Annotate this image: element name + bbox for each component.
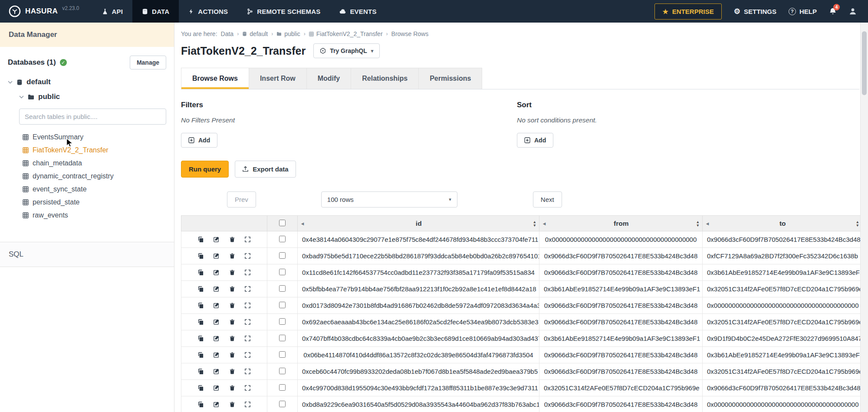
tab-modify[interactable]: Modify [307,68,352,89]
delete-row-button[interactable] [227,251,238,261]
nav-item-data[interactable]: DATA [132,0,179,23]
breadcrumb-table[interactable]: FiatTokenV2_2_Transfer [309,30,383,37]
prev-page-button[interactable]: Prev [227,191,256,208]
manage-button[interactable]: Manage [130,56,166,69]
table-list-item-selected[interactable]: FiatTokenV2_2_Transfer [23,144,174,157]
expand-row-button[interactable] [242,251,253,261]
table-list-item[interactable]: EventsSummary [23,131,174,144]
expand-row-button[interactable] [242,334,253,343]
nav-item-actions[interactable]: ACTIONS [179,0,237,23]
edit-row-button[interactable] [211,367,222,376]
delete-row-button[interactable] [227,383,238,393]
row-checkbox[interactable] [279,368,286,374]
expand-row-button[interactable] [242,383,253,393]
delete-row-button[interactable] [227,301,238,310]
edit-row-button[interactable] [211,284,222,294]
next-page-button[interactable]: Next [533,191,562,208]
delete-row-button[interactable] [227,268,238,277]
tree-node-public-schema[interactable]: public [8,89,174,104]
table-list-item[interactable]: chain_metadata [23,157,174,170]
edit-row-button[interactable] [211,235,222,244]
clone-row-button[interactable] [195,301,207,310]
collapse-column-icon[interactable]: ◂ [706,221,709,227]
clone-row-button[interactable] [195,317,207,327]
table-list-item[interactable]: event_sync_state [23,183,174,196]
page-size-select[interactable]: 100 rows ▾ [321,191,457,208]
run-query-button[interactable]: Run query [181,161,229,178]
breadcrumb-public[interactable]: public [276,30,300,37]
tab-relationships[interactable]: Relationships [351,68,419,89]
row-checkbox[interactable] [279,269,286,275]
expand-row-button[interactable] [242,301,253,310]
edit-row-button[interactable] [211,268,222,277]
sort-arrows-icon[interactable]: ▴▾ [697,220,699,227]
clone-row-button[interactable] [195,400,207,409]
add-filter-button[interactable]: Add [181,133,217,148]
settings-link[interactable]: ⚙ SETTINGS [734,8,776,15]
clone-row-button[interactable] [195,268,207,277]
chevron-down-icon[interactable] [19,96,24,99]
row-checkbox[interactable] [279,335,286,341]
vertical-scrollbar[interactable] [860,23,868,412]
tree-node-default-db[interactable]: default [8,75,174,89]
delete-row-button[interactable] [227,350,238,360]
edit-row-button[interactable] [211,334,222,343]
column-header-id[interactable]: ◂ id ▴▾ [298,216,539,231]
delete-row-button[interactable] [227,317,238,327]
clone-row-button[interactable] [195,350,207,360]
delete-row-button[interactable] [227,235,238,244]
expand-row-button[interactable] [242,367,253,376]
delete-row-button[interactable] [227,284,238,294]
expand-row-button[interactable] [242,317,253,327]
nav-item-api[interactable]: API [92,0,133,23]
sort-arrows-icon[interactable]: ▴▾ [856,220,858,227]
delete-row-button[interactable] [227,334,238,343]
hasura-brand[interactable]: HASURA v2.23.0 [0,0,88,23]
expand-row-button[interactable] [242,268,253,277]
clone-row-button[interactable] [195,383,207,393]
collapse-column-icon[interactable]: ◂ [301,221,304,227]
tab-permissions[interactable]: Permissions [419,68,482,89]
breadcrumb-default[interactable]: default [242,30,268,37]
expand-row-button[interactable] [242,400,253,409]
row-checkbox[interactable] [279,351,286,358]
add-sort-button[interactable]: Add [517,133,553,148]
clone-row-button[interactable] [195,284,207,294]
scrollbar-thumb[interactable] [862,31,867,95]
row-checkbox[interactable] [279,285,286,292]
expand-row-button[interactable] [242,350,253,360]
user-menu-button[interactable] [849,7,857,15]
table-list-item[interactable]: persisted_state [23,196,174,209]
delete-row-button[interactable] [227,367,238,376]
collapse-column-icon[interactable]: ◂ [543,221,546,227]
expand-row-button[interactable] [242,284,253,294]
select-all-checkbox[interactable] [279,220,286,226]
try-graphql-button[interactable]: Try GraphQL ▾ [313,43,380,58]
nav-item-events[interactable]: EVENTS [330,0,386,23]
row-checkbox[interactable] [279,401,286,407]
sql-section[interactable]: SQL [0,242,174,267]
delete-row-button[interactable] [227,400,238,409]
edit-row-button[interactable] [211,251,222,261]
clone-row-button[interactable] [195,334,207,343]
clone-row-button[interactable] [195,235,207,244]
tab-browse-rows[interactable]: Browse Rows [181,68,249,89]
breadcrumb-browse-rows[interactable]: Browse Rows [391,30,429,37]
sort-arrows-icon[interactable]: ▴▾ [533,220,536,227]
breadcrumb-data[interactable]: Data [221,30,234,37]
table-list-item[interactable]: dynamic_contract_registry [23,170,174,183]
enterprise-button[interactable]: ★ ENTERPRISE [654,3,721,20]
column-header-from[interactable]: ◂ from ▴▾ [539,216,703,231]
tab-insert-row[interactable]: Insert Row [249,68,307,89]
clone-row-button[interactable] [195,251,207,261]
table-list-item[interactable]: raw_events [23,209,174,222]
edit-row-button[interactable] [211,383,222,393]
clone-row-button[interactable] [195,367,207,376]
edit-row-button[interactable] [211,301,222,310]
row-checkbox[interactable] [279,302,286,308]
edit-row-button[interactable] [211,400,222,409]
row-checkbox[interactable] [279,236,286,242]
column-header-to[interactable]: ◂ to ▴▾ [703,216,862,231]
help-link[interactable]: ? HELP [789,8,817,15]
edit-row-button[interactable] [211,317,222,327]
